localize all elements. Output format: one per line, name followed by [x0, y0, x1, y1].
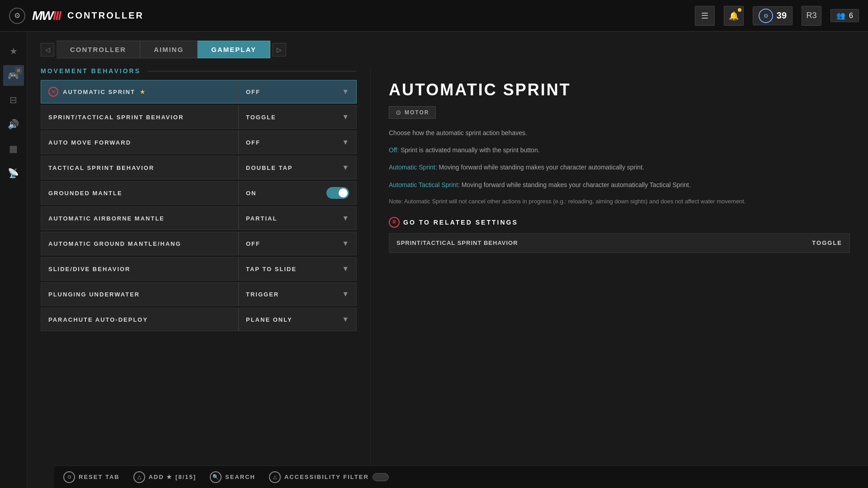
tab-navigation: ◁ CONTROLLER AIMING GAMEPLAY ▷ — [27, 32, 868, 67]
setting-name: TACTICAL SPRINT BEHAVIOR — [48, 164, 154, 171]
auto-sprint-desc-text: Moving forward while standing makes your… — [439, 164, 644, 171]
setting-value-text: TRIGGER — [246, 291, 279, 298]
search-action[interactable]: 🔍 SEARCH — [210, 471, 255, 483]
notification-dot — [738, 8, 741, 12]
accessibility-action[interactable]: △ ACCESSIBILITY FILTER — [269, 471, 389, 483]
off-desc-text: Sprint is activated manually with the sp… — [401, 146, 539, 154]
setting-value: TRIGGER ▼ — [239, 290, 356, 298]
sidebar-item-controller[interactable]: 🎮 ⊞ — [3, 65, 24, 86]
tab-aiming[interactable]: AIMING — [140, 41, 198, 58]
setting-row-sprint-tactical[interactable]: SPRINT/TACTICAL SPRINT BEHAVIOR TOGGLE ▼ — [41, 105, 357, 129]
setting-value-text: OFF — [246, 89, 260, 95]
setting-row-left: ✕ AUTOMATIC SPRINT ★ — [41, 87, 238, 97]
motor-icon: ⊙ — [396, 109, 402, 116]
setting-row-parachute[interactable]: PARACHUTE AUTO-DEPLOY PLANE ONLY ▼ — [41, 308, 357, 331]
add-action[interactable]: △ ADD ★ [8/15] — [133, 471, 196, 483]
auto-sprint-label: Automatic Sprint: — [389, 164, 437, 171]
search-label: SEARCH — [225, 474, 255, 480]
setting-value: OFF ▼ — [239, 88, 356, 96]
setting-value: PLANE ONLY ▼ — [239, 315, 356, 324]
info-auto-sprint-desc: Automatic Sprint: Moving forward while s… — [389, 162, 850, 172]
r3-label: R3 — [807, 11, 817, 20]
players-count: 6 — [849, 12, 853, 20]
notification-icon-btn[interactable]: 🔔 — [724, 6, 744, 26]
top-bar: ⚙ MWIII CONTROLLER ☰ 🔔 ⊙ 39 R3 👥 6 — [0, 0, 868, 32]
setting-value-text: PARTIAL — [246, 215, 277, 222]
related-setting-name: SPRINT/TACTICAL SPRINT BEHAVIOR — [396, 239, 518, 246]
setting-row-left: AUTOMATIC AIRBORNE MANTLE — [41, 215, 238, 222]
setting-row-slide-dive[interactable]: SLIDE/DIVE BEHAVIOR TAP TO SLIDE ▼ — [41, 257, 357, 281]
setting-name: PARACHUTE AUTO-DEPLOY — [48, 316, 148, 323]
auto-tactical-label: Automatic Tactical Sprint: — [389, 181, 460, 188]
r3-badge[interactable]: R3 — [802, 6, 821, 26]
setting-row-plunging[interactable]: PLUNGING UNDERWATER TRIGGER ▼ — [41, 282, 357, 306]
sidebar-item-audio[interactable]: 🔊 — [3, 114, 24, 135]
page-title: CONTROLLER — [67, 10, 144, 21]
menu-icon-btn[interactable]: ☰ — [695, 6, 715, 26]
setting-name: PLUNGING UNDERWATER — [48, 291, 140, 298]
setting-value: DOUBLE TAP ▼ — [239, 164, 356, 172]
tab-nav-left-arrow[interactable]: ◁ — [41, 43, 54, 56]
reset-label: RESET TAB — [79, 474, 120, 480]
setting-value: TAP TO SLIDE ▼ — [239, 265, 356, 273]
off-label: Off: — [389, 146, 399, 154]
setting-value-text: OFF — [246, 139, 260, 146]
tab-controller[interactable]: CONTROLLER — [57, 41, 140, 58]
dropdown-arrow: ▼ — [342, 88, 349, 96]
game-logo: MWIII — [32, 9, 61, 23]
setting-value-text: OFF — [246, 240, 260, 247]
setting-row-automatic-airborne[interactable]: AUTOMATIC AIRBORNE MANTLE PARTIAL ▼ — [41, 206, 357, 230]
info-auto-tactical-desc: Automatic Tactical Sprint: Moving forwar… — [389, 180, 850, 190]
setting-name: AUTOMATIC GROUND MANTLE/HANG — [48, 240, 181, 247]
settings-icon[interactable]: ⚙ — [9, 8, 25, 24]
setting-name: SLIDE/DIVE BEHAVIOR — [48, 266, 131, 272]
star-icon: ★ — [140, 88, 146, 95]
related-setting-item[interactable]: SPRINT/TACTICAL SPRINT BEHAVIOR TOGGLE — [389, 233, 850, 253]
reset-tab-action[interactable]: ⊙ RESET TAB — [63, 471, 120, 483]
toggle-switch-grounded-mantle[interactable] — [326, 187, 349, 199]
dropdown-arrow: ▼ — [342, 113, 349, 121]
setting-row-left: AUTO MOVE FORWARD — [41, 139, 238, 146]
section-title: MOVEMENT BEHAVIORS — [41, 67, 141, 75]
setting-name: SPRINT/TACTICAL SPRINT BEHAVIOR — [48, 114, 184, 121]
setting-name: GROUNDED MANTLE — [48, 190, 123, 197]
tab-nav-right-arrow[interactable]: ▷ — [273, 43, 286, 56]
section-divider — [147, 71, 357, 71]
setting-row-left: SPRINT/TACTICAL SPRINT BEHAVIOR — [41, 114, 238, 121]
accessibility-icon: △ — [269, 471, 281, 483]
add-label: ADD ★ [8/15] — [149, 474, 196, 480]
r-icon: R — [389, 217, 400, 228]
add-icon: △ — [133, 471, 145, 483]
sidebar-item-connection[interactable]: 📡 — [3, 163, 24, 183]
setting-name: AUTOMATIC SPRINT — [63, 89, 135, 95]
settings-panel: MOVEMENT BEHAVIORS ✕ AUTOMATIC SPRINT ★ … — [27, 67, 371, 488]
setting-value: TOGGLE ▼ — [239, 113, 356, 121]
setting-value-text: TAP TO SLIDE — [246, 266, 297, 272]
setting-value: OFF ▼ — [239, 138, 356, 146]
setting-row-tactical-sprint[interactable]: TACTICAL SPRINT BEHAVIOR DOUBLE TAP ▼ — [41, 156, 357, 179]
setting-value: PARTIAL ▼ — [239, 214, 356, 222]
info-note: Note: Automatic Sprint will not cancel o… — [389, 197, 850, 206]
players-badge: 👥 6 — [830, 9, 859, 22]
setting-row-automatic-sprint[interactable]: ✕ AUTOMATIC SPRINT ★ OFF ▼ — [41, 80, 357, 103]
setting-row-left: PARACHUTE AUTO-DEPLOY — [41, 316, 238, 323]
bottom-bar: ⊙ RESET TAB △ ADD ★ [8/15] 🔍 SEARCH △ AC… — [54, 465, 868, 488]
section-header: MOVEMENT BEHAVIORS — [41, 67, 357, 75]
left-sidebar: ★ 🎮 ⊞ ⊟ 🔊 ▦ 📡 — [0, 32, 27, 488]
setting-row-grounded-mantle[interactable]: GROUNDED MANTLE ON — [41, 181, 357, 205]
setting-row-left: AUTOMATIC GROUND MANTLE/HANG — [41, 240, 238, 247]
sidebar-item-interface[interactable]: ▦ — [3, 138, 24, 159]
content-area: MOVEMENT BEHAVIORS ✕ AUTOMATIC SPRINT ★ … — [27, 67, 868, 488]
top-bar-left: ⚙ MWIII CONTROLLER — [9, 8, 144, 24]
sidebar-item-favorites[interactable]: ★ — [3, 41, 24, 61]
accessibility-toggle[interactable] — [373, 473, 389, 481]
setting-row-automatic-ground[interactable]: AUTOMATIC GROUND MANTLE/HANG OFF ▼ — [41, 232, 357, 255]
rank-badge: ⊙ 39 — [753, 6, 793, 25]
sidebar-item-display[interactable]: ⊟ — [3, 89, 24, 110]
setting-row-auto-move-forward[interactable]: AUTO MOVE FORWARD OFF ▼ — [41, 131, 357, 154]
related-setting-value: TOGGLE — [812, 239, 842, 246]
reset-icon: ⊙ — [63, 471, 75, 483]
setting-row-left: TACTICAL SPRINT BEHAVIOR — [41, 164, 238, 171]
info-description: Choose how the automatic sprint action b… — [389, 128, 850, 138]
tab-gameplay[interactable]: GAMEPLAY — [198, 41, 270, 58]
